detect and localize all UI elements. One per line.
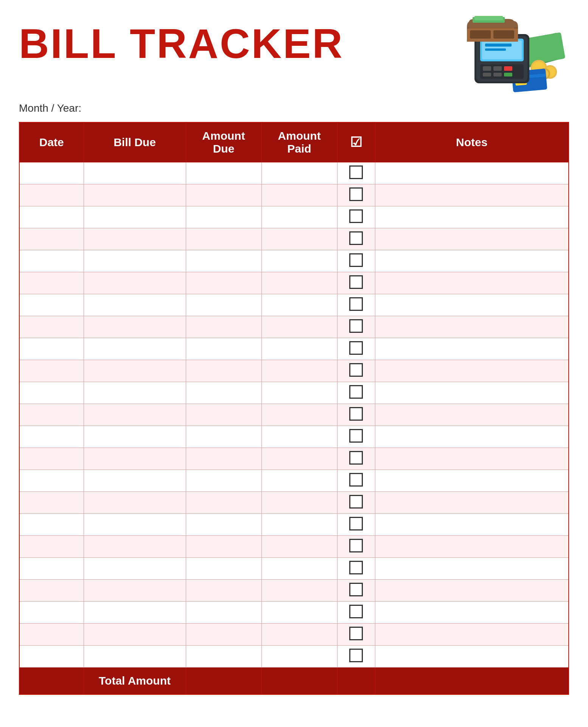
cell-amount-paid[interactable] xyxy=(261,206,337,228)
cell-notes[interactable] xyxy=(375,360,569,382)
cell-notes[interactable] xyxy=(375,470,569,492)
checkbox-box[interactable] xyxy=(349,253,363,267)
cell-amount-paid[interactable] xyxy=(261,646,337,668)
cell-amount-paid[interactable] xyxy=(261,558,337,580)
cell-bill-due[interactable] xyxy=(84,250,186,272)
cell-amount-due[interactable] xyxy=(186,536,261,558)
cell-amount-paid[interactable] xyxy=(261,448,337,470)
cell-amount-paid[interactable] xyxy=(261,404,337,426)
cell-amount-due[interactable] xyxy=(186,580,261,602)
cell-amount-due[interactable] xyxy=(186,558,261,580)
cell-date[interactable] xyxy=(19,162,84,184)
cell-amount-paid[interactable] xyxy=(261,624,337,646)
checkbox-box[interactable] xyxy=(349,495,363,509)
cell-bill-due[interactable] xyxy=(84,646,186,668)
cell-notes[interactable] xyxy=(375,206,569,228)
cell-bill-due[interactable] xyxy=(84,602,186,624)
cell-bill-due[interactable] xyxy=(84,426,186,448)
cell-notes[interactable] xyxy=(375,448,569,470)
cell-notes[interactable] xyxy=(375,382,569,404)
cell-amount-due[interactable] xyxy=(186,382,261,404)
checkbox-box[interactable] xyxy=(349,473,363,487)
cell-notes[interactable] xyxy=(375,492,569,514)
cell-bill-due[interactable] xyxy=(84,360,186,382)
cell-notes[interactable] xyxy=(375,272,569,294)
cell-amount-paid[interactable] xyxy=(261,272,337,294)
cell-checkbox[interactable] xyxy=(337,360,375,382)
cell-date[interactable] xyxy=(19,580,84,602)
cell-bill-due[interactable] xyxy=(84,580,186,602)
checkbox-box[interactable] xyxy=(349,385,363,399)
checkbox-box[interactable] xyxy=(349,561,363,574)
cell-checkbox[interactable] xyxy=(337,404,375,426)
cell-amount-paid[interactable] xyxy=(261,492,337,514)
cell-bill-due[interactable] xyxy=(84,382,186,404)
cell-amount-due[interactable] xyxy=(186,448,261,470)
cell-checkbox[interactable] xyxy=(337,316,375,338)
cell-amount-due[interactable] xyxy=(186,492,261,514)
cell-amount-due[interactable] xyxy=(186,514,261,536)
cell-checkbox[interactable] xyxy=(337,206,375,228)
cell-bill-due[interactable] xyxy=(84,558,186,580)
cell-checkbox[interactable] xyxy=(337,492,375,514)
cell-amount-due[interactable] xyxy=(186,184,261,206)
cell-date[interactable] xyxy=(19,228,84,250)
cell-checkbox[interactable] xyxy=(337,580,375,602)
cell-date[interactable] xyxy=(19,184,84,206)
cell-bill-due[interactable] xyxy=(84,536,186,558)
cell-checkbox[interactable] xyxy=(337,184,375,206)
cell-amount-due[interactable] xyxy=(186,624,261,646)
cell-amount-paid[interactable] xyxy=(261,294,337,316)
cell-notes[interactable] xyxy=(375,404,569,426)
cell-amount-due[interactable] xyxy=(186,206,261,228)
cell-bill-due[interactable] xyxy=(84,514,186,536)
checkbox-box[interactable] xyxy=(349,319,363,333)
cell-checkbox[interactable] xyxy=(337,250,375,272)
cell-notes[interactable] xyxy=(375,162,569,184)
cell-amount-paid[interactable] xyxy=(261,228,337,250)
cell-amount-paid[interactable] xyxy=(261,536,337,558)
cell-date[interactable] xyxy=(19,316,84,338)
cell-notes[interactable] xyxy=(375,580,569,602)
cell-checkbox[interactable] xyxy=(337,514,375,536)
cell-amount-due[interactable] xyxy=(186,162,261,184)
cell-bill-due[interactable] xyxy=(84,272,186,294)
cell-notes[interactable] xyxy=(375,514,569,536)
cell-checkbox[interactable] xyxy=(337,338,375,360)
cell-checkbox[interactable] xyxy=(337,602,375,624)
cell-amount-due[interactable] xyxy=(186,228,261,250)
cell-date[interactable] xyxy=(19,624,84,646)
cell-checkbox[interactable] xyxy=(337,382,375,404)
cell-amount-due[interactable] xyxy=(186,426,261,448)
checkbox-box[interactable] xyxy=(349,363,363,377)
cell-date[interactable] xyxy=(19,470,84,492)
cell-date[interactable] xyxy=(19,338,84,360)
cell-notes[interactable] xyxy=(375,624,569,646)
checkbox-box[interactable] xyxy=(349,165,363,179)
cell-checkbox[interactable] xyxy=(337,448,375,470)
cell-checkbox[interactable] xyxy=(337,646,375,668)
cell-date[interactable] xyxy=(19,250,84,272)
cell-notes[interactable] xyxy=(375,184,569,206)
cell-amount-paid[interactable] xyxy=(261,360,337,382)
cell-amount-due[interactable] xyxy=(186,646,261,668)
cell-bill-due[interactable] xyxy=(84,162,186,184)
cell-notes[interactable] xyxy=(375,228,569,250)
cell-amount-paid[interactable] xyxy=(261,184,337,206)
checkbox-box[interactable] xyxy=(349,583,363,596)
cell-notes[interactable] xyxy=(375,338,569,360)
checkbox-box[interactable] xyxy=(349,275,363,289)
cell-amount-paid[interactable] xyxy=(261,426,337,448)
cell-checkbox[interactable] xyxy=(337,470,375,492)
cell-bill-due[interactable] xyxy=(84,338,186,360)
cell-date[interactable] xyxy=(19,426,84,448)
cell-notes[interactable] xyxy=(375,316,569,338)
checkbox-box[interactable] xyxy=(349,451,363,465)
cell-bill-due[interactable] xyxy=(84,624,186,646)
cell-date[interactable] xyxy=(19,382,84,404)
cell-notes[interactable] xyxy=(375,250,569,272)
cell-notes[interactable] xyxy=(375,646,569,668)
cell-amount-due[interactable] xyxy=(186,404,261,426)
cell-amount-due[interactable] xyxy=(186,338,261,360)
cell-date[interactable] xyxy=(19,536,84,558)
